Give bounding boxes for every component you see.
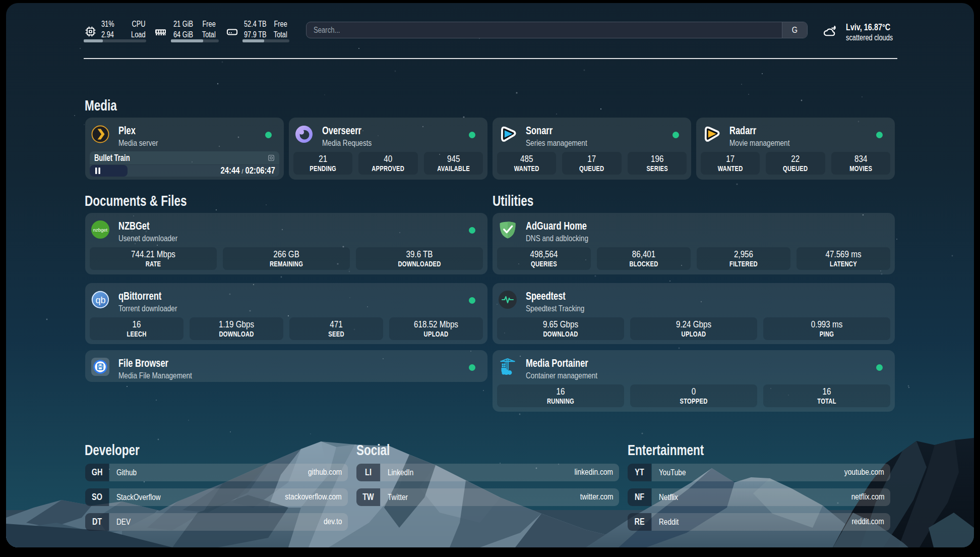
svg-text:nzbget: nzbget <box>93 227 108 233</box>
svg-text:qb: qb <box>95 295 105 305</box>
